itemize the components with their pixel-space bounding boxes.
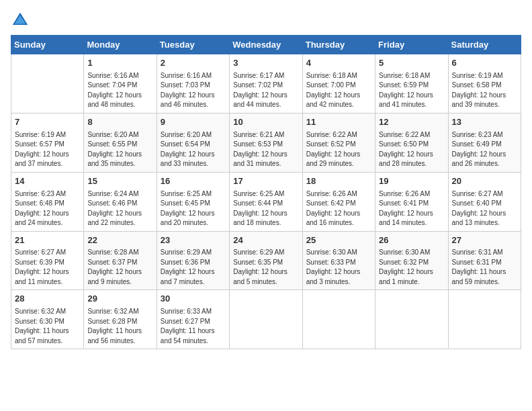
cell-content: Sunrise: 6:29 AM Sunset: 6:35 PM Dayligh…: [233, 248, 298, 287]
col-header-thursday: Thursday: [302, 36, 375, 54]
col-header-wednesday: Wednesday: [230, 36, 302, 54]
cell-content: Sunrise: 6:28 AM Sunset: 6:37 PM Dayligh…: [87, 248, 152, 287]
cell-content: Sunrise: 6:20 AM Sunset: 6:54 PM Dayligh…: [161, 130, 226, 169]
logo: [11, 11, 32, 30]
day-number: 19: [379, 175, 444, 188]
calendar-cell: [375, 290, 448, 349]
cell-content: Sunrise: 6:16 AM Sunset: 7:04 PM Dayligh…: [87, 71, 152, 110]
calendar-cell: 12Sunrise: 6:22 AM Sunset: 6:50 PM Dayli…: [375, 113, 448, 172]
cell-content: Sunrise: 6:32 AM Sunset: 6:28 PM Dayligh…: [87, 307, 152, 346]
cell-content: Sunrise: 6:30 AM Sunset: 6:32 PM Dayligh…: [379, 248, 444, 287]
calendar-cell: 29Sunrise: 6:32 AM Sunset: 6:28 PM Dayli…: [84, 290, 157, 349]
day-number: 27: [452, 234, 517, 247]
cell-content: Sunrise: 6:24 AM Sunset: 6:46 PM Dayligh…: [87, 189, 152, 228]
cell-content: Sunrise: 6:23 AM Sunset: 6:49 PM Dayligh…: [452, 130, 517, 169]
week-row-3: 14Sunrise: 6:23 AM Sunset: 6:48 PM Dayli…: [11, 172, 521, 231]
calendar-cell: 28Sunrise: 6:32 AM Sunset: 6:30 PM Dayli…: [11, 290, 84, 349]
cell-content: Sunrise: 6:31 AM Sunset: 6:31 PM Dayligh…: [452, 248, 517, 287]
day-number: 12: [379, 116, 444, 129]
calendar-cell: [230, 290, 302, 349]
day-number: 15: [87, 175, 152, 188]
cell-content: Sunrise: 6:25 AM Sunset: 6:45 PM Dayligh…: [161, 189, 226, 228]
cell-content: Sunrise: 6:26 AM Sunset: 6:42 PM Dayligh…: [306, 189, 371, 228]
calendar-cell: 23Sunrise: 6:29 AM Sunset: 6:36 PM Dayli…: [157, 231, 229, 290]
day-number: 29: [87, 293, 152, 306]
calendar-cell: 19Sunrise: 6:26 AM Sunset: 6:41 PM Dayli…: [375, 172, 448, 231]
day-number: 17: [233, 175, 298, 188]
day-number: 11: [306, 116, 371, 129]
day-number: 16: [161, 175, 226, 188]
day-number: 23: [161, 234, 226, 247]
day-number: 1: [87, 57, 152, 70]
calendar-cell: 25Sunrise: 6:30 AM Sunset: 6:33 PM Dayli…: [302, 231, 375, 290]
day-number: 10: [233, 116, 298, 129]
calendar-cell: 3Sunrise: 6:17 AM Sunset: 7:02 PM Daylig…: [230, 54, 302, 113]
day-number: 21: [15, 234, 80, 247]
day-number: 2: [161, 57, 226, 70]
calendar-cell: 20Sunrise: 6:27 AM Sunset: 6:40 PM Dayli…: [448, 172, 521, 231]
calendar-cell: 15Sunrise: 6:24 AM Sunset: 6:46 PM Dayli…: [84, 172, 157, 231]
calendar-cell: 16Sunrise: 6:25 AM Sunset: 6:45 PM Dayli…: [157, 172, 229, 231]
calendar-table: SundayMondayTuesdayWednesdayThursdayFrid…: [11, 35, 521, 349]
day-number: 6: [452, 57, 517, 70]
calendar-cell: 13Sunrise: 6:23 AM Sunset: 6:49 PM Dayli…: [448, 113, 521, 172]
cell-content: Sunrise: 6:19 AM Sunset: 6:58 PM Dayligh…: [452, 71, 517, 110]
cell-content: Sunrise: 6:26 AM Sunset: 6:41 PM Dayligh…: [379, 189, 444, 228]
day-number: 13: [452, 116, 517, 129]
day-number: 9: [161, 116, 226, 129]
day-number: 20: [452, 175, 517, 188]
cell-content: Sunrise: 6:22 AM Sunset: 6:52 PM Dayligh…: [306, 130, 371, 169]
cell-content: Sunrise: 6:21 AM Sunset: 6:53 PM Dayligh…: [233, 130, 298, 169]
cell-content: Sunrise: 6:18 AM Sunset: 7:00 PM Dayligh…: [306, 71, 371, 110]
calendar-cell: 8Sunrise: 6:20 AM Sunset: 6:55 PM Daylig…: [84, 113, 157, 172]
calendar-cell: 21Sunrise: 6:27 AM Sunset: 6:39 PM Dayli…: [11, 231, 84, 290]
day-number: 24: [233, 234, 298, 247]
week-row-5: 28Sunrise: 6:32 AM Sunset: 6:30 PM Dayli…: [11, 290, 521, 349]
calendar-cell: 4Sunrise: 6:18 AM Sunset: 7:00 PM Daylig…: [302, 54, 375, 113]
calendar-cell: [448, 290, 521, 349]
calendar-cell: 18Sunrise: 6:26 AM Sunset: 6:42 PM Dayli…: [302, 172, 375, 231]
col-header-friday: Friday: [375, 36, 448, 54]
cell-content: Sunrise: 6:16 AM Sunset: 7:03 PM Dayligh…: [161, 71, 226, 110]
cell-content: Sunrise: 6:33 AM Sunset: 6:27 PM Dayligh…: [161, 307, 226, 346]
cell-content: Sunrise: 6:29 AM Sunset: 6:36 PM Dayligh…: [161, 248, 226, 287]
page-header: [11, 11, 521, 30]
day-number: 25: [306, 234, 371, 247]
cell-content: Sunrise: 6:27 AM Sunset: 6:40 PM Dayligh…: [452, 189, 517, 228]
day-number: 22: [87, 234, 152, 247]
calendar-cell: 14Sunrise: 6:23 AM Sunset: 6:48 PM Dayli…: [11, 172, 84, 231]
day-number: 26: [379, 234, 444, 247]
calendar-cell: 1Sunrise: 6:16 AM Sunset: 7:04 PM Daylig…: [84, 54, 157, 113]
day-number: 18: [306, 175, 371, 188]
cell-content: Sunrise: 6:27 AM Sunset: 6:39 PM Dayligh…: [15, 248, 80, 287]
cell-content: Sunrise: 6:25 AM Sunset: 6:44 PM Dayligh…: [233, 189, 298, 228]
cell-content: Sunrise: 6:32 AM Sunset: 6:30 PM Dayligh…: [15, 307, 80, 346]
day-number: 4: [306, 57, 371, 70]
calendar-cell: 17Sunrise: 6:25 AM Sunset: 6:44 PM Dayli…: [230, 172, 302, 231]
calendar-cell: 7Sunrise: 6:19 AM Sunset: 6:57 PM Daylig…: [11, 113, 84, 172]
cell-content: Sunrise: 6:30 AM Sunset: 6:33 PM Dayligh…: [306, 248, 371, 287]
cell-content: Sunrise: 6:18 AM Sunset: 6:59 PM Dayligh…: [379, 71, 444, 110]
col-header-sunday: Sunday: [11, 36, 84, 54]
col-header-saturday: Saturday: [448, 36, 521, 54]
calendar-cell: 24Sunrise: 6:29 AM Sunset: 6:35 PM Dayli…: [230, 231, 302, 290]
calendar-cell: 6Sunrise: 6:19 AM Sunset: 6:58 PM Daylig…: [448, 54, 521, 113]
calendar-cell: [11, 54, 84, 113]
col-header-monday: Monday: [84, 36, 157, 54]
day-number: 8: [87, 116, 152, 129]
week-row-1: 1Sunrise: 6:16 AM Sunset: 7:04 PM Daylig…: [11, 54, 521, 113]
cell-content: Sunrise: 6:17 AM Sunset: 7:02 PM Dayligh…: [233, 71, 298, 110]
col-header-tuesday: Tuesday: [157, 36, 229, 54]
calendar-cell: 27Sunrise: 6:31 AM Sunset: 6:31 PM Dayli…: [448, 231, 521, 290]
day-number: 3: [233, 57, 298, 70]
header-row: SundayMondayTuesdayWednesdayThursdayFrid…: [11, 36, 521, 54]
day-number: 5: [379, 57, 444, 70]
calendar-cell: 9Sunrise: 6:20 AM Sunset: 6:54 PM Daylig…: [157, 113, 229, 172]
day-number: 30: [161, 293, 226, 306]
week-row-4: 21Sunrise: 6:27 AM Sunset: 6:39 PM Dayli…: [11, 231, 521, 290]
calendar-cell: 30Sunrise: 6:33 AM Sunset: 6:27 PM Dayli…: [157, 290, 229, 349]
calendar-cell: 22Sunrise: 6:28 AM Sunset: 6:37 PM Dayli…: [84, 231, 157, 290]
logo-icon: [11, 11, 30, 30]
calendar-cell: 10Sunrise: 6:21 AM Sunset: 6:53 PM Dayli…: [230, 113, 302, 172]
calendar-cell: [302, 290, 375, 349]
